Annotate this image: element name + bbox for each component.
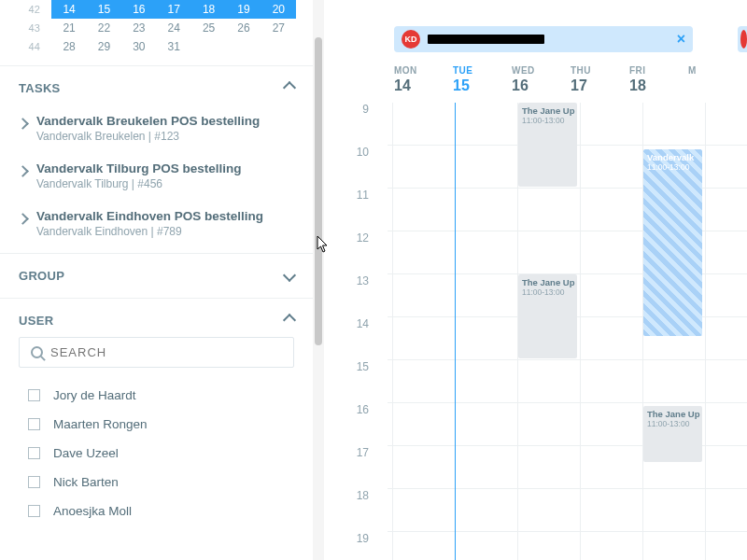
calendar-event[interactable]: Vandervalk11:00-13:00 <box>643 149 702 336</box>
grid-column <box>392 103 455 560</box>
sidebar: 4214151617181920432122232425262744282930… <box>0 0 313 560</box>
mini-cal-day[interactable]: 27 <box>261 19 296 37</box>
event-title: Vandervalk <box>647 152 698 162</box>
resource-pill[interactable]: KD × <box>394 26 693 52</box>
chevron-right-icon <box>19 209 27 226</box>
tasks-header[interactable]: TASKS <box>19 81 294 95</box>
resource-name <box>428 35 544 44</box>
day-label: TUE <box>453 65 512 76</box>
day-label: FRI <box>629 65 688 76</box>
calendar-event[interactable]: The Jane Up11:00-13:00 <box>643 406 702 462</box>
group-header[interactable]: GROUP <box>19 269 294 283</box>
mini-cal-day[interactable]: 16 <box>121 0 156 19</box>
day-header[interactable]: M <box>688 62 747 98</box>
chevron-down-icon <box>285 269 294 283</box>
week-number: 42 <box>17 0 51 19</box>
user-row[interactable]: Nick Barten <box>19 468 294 497</box>
resource-pill-partial[interactable] <box>738 26 747 52</box>
hour-label: 19 <box>324 532 380 560</box>
day-header[interactable]: MON14 <box>394 62 453 98</box>
scrollbar[interactable] <box>313 0 324 560</box>
chevron-right-icon <box>19 161 27 178</box>
mini-cal-day[interactable]: 21 <box>51 19 86 37</box>
task-subtitle: Vandervalk Tilburg | #456 <box>36 177 242 190</box>
mini-cal-day[interactable]: 17 <box>157 0 191 19</box>
task-title: Vandervalk Breukelen POS bestelling <box>36 114 260 128</box>
search-input[interactable] <box>50 345 282 359</box>
user-row[interactable]: Jory de Haardt <box>19 381 294 410</box>
day-label: THU <box>571 65 629 76</box>
search-box[interactable] <box>19 337 294 368</box>
calendar-event[interactable]: The Jane Up11:00-13:00 <box>518 274 577 358</box>
grid-column <box>705 103 747 560</box>
user-name: Maarten Rongen <box>53 417 148 431</box>
mini-cal-day[interactable]: 24 <box>157 19 191 37</box>
grid-column <box>455 103 517 560</box>
close-icon[interactable]: × <box>677 31 685 48</box>
day-label: WED <box>512 65 571 76</box>
day-number: 16 <box>512 77 571 94</box>
mini-cal-day[interactable] <box>226 37 261 56</box>
hour-label: 18 <box>324 489 380 532</box>
grid-column <box>580 103 642 560</box>
day-header[interactable]: WED16 <box>512 62 571 98</box>
mini-cal-day[interactable]: 28 <box>51 37 86 56</box>
mini-cal-day[interactable]: 23 <box>121 19 156 37</box>
mini-cal-day[interactable]: 31 <box>157 37 191 56</box>
scroll-thumb[interactable] <box>315 37 322 345</box>
event-title: The Jane Up <box>522 105 573 116</box>
user-name: Anoesjka Moll <box>53 504 132 518</box>
calendar-event[interactable]: The Jane Up11:00-13:00 <box>518 103 577 187</box>
day-label: M <box>688 65 747 76</box>
mini-cal-day[interactable]: 30 <box>121 37 156 56</box>
day-header[interactable]: THU17 <box>571 62 629 98</box>
user-row[interactable]: Maarten Rongen <box>19 410 294 439</box>
checkbox[interactable] <box>28 418 40 430</box>
user-header[interactable]: USER <box>19 314 294 328</box>
hour-label: 11 <box>324 189 380 231</box>
user-section: USER Jory de HaardtMaarten RongenDave Uz… <box>0 298 313 531</box>
day-headers: MON14TUE15WED16THU17FRI18M <box>394 62 747 98</box>
mini-cal-day[interactable]: 22 <box>87 19 121 37</box>
checkbox[interactable] <box>28 447 40 459</box>
task-item[interactable]: Vandervalk Breukelen POS bestellingVande… <box>19 105 294 152</box>
mini-calendar[interactable]: 4214151617181920432122232425262744282930… <box>0 0 313 65</box>
mini-cal-day[interactable]: 19 <box>226 0 261 19</box>
hour-label: 17 <box>324 446 380 489</box>
mini-cal-day[interactable]: 29 <box>87 37 121 56</box>
mini-cal-day[interactable]: 14 <box>51 0 86 19</box>
mini-cal-day[interactable]: 15 <box>87 0 121 19</box>
user-row[interactable]: Anoesjka Moll <box>19 497 294 525</box>
tasks-label: TASKS <box>19 81 61 95</box>
checkbox[interactable] <box>28 389 40 401</box>
group-section: GROUP <box>0 253 313 298</box>
resource-bar: KD × <box>394 26 747 52</box>
task-title: Vandervalk Tilburg POS bestelling <box>36 161 242 175</box>
checkbox[interactable] <box>28 505 40 517</box>
task-subtitle: Vandervalk Breukelen | #123 <box>36 130 260 143</box>
task-item[interactable]: Vandervalk Tilburg POS bestellingVanderv… <box>19 152 294 200</box>
user-name: Jory de Haardt <box>53 388 136 402</box>
mini-cal-day[interactable] <box>261 37 296 56</box>
calendar-grid[interactable]: The Jane Up11:00-13:00The Jane Up11:00-1… <box>388 103 747 560</box>
task-item[interactable]: Vandervalk Eindhoven POS bestellingVande… <box>19 200 294 247</box>
mini-cal-day[interactable]: 26 <box>226 19 261 37</box>
mini-cal-day[interactable]: 20 <box>261 0 296 19</box>
avatar: KD <box>402 30 420 49</box>
day-number: 18 <box>629 77 688 94</box>
day-number: 17 <box>571 77 629 94</box>
user-row[interactable]: Dave Uzeel <box>19 439 294 468</box>
hour-label: 10 <box>324 146 380 189</box>
day-number: 15 <box>453 77 512 94</box>
tasks-section: TASKS Vandervalk Breukelen POS bestellin… <box>0 65 313 253</box>
mini-cal-day[interactable] <box>191 37 226 56</box>
hour-labels: 910111213141516171819 <box>324 103 380 560</box>
day-header[interactable]: FRI18 <box>629 62 688 98</box>
checkbox[interactable] <box>28 476 40 488</box>
user-label: USER <box>19 314 53 328</box>
mini-cal-day[interactable]: 25 <box>191 19 226 37</box>
week-number: 44 <box>17 37 51 56</box>
chevron-up-icon <box>285 81 294 95</box>
day-header[interactable]: TUE15 <box>453 62 512 98</box>
mini-cal-day[interactable]: 18 <box>191 0 226 19</box>
